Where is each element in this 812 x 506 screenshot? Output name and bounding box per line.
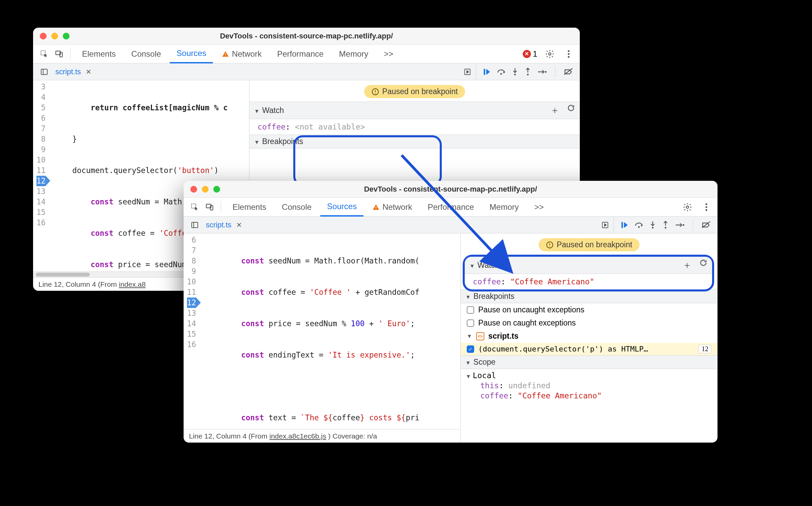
file-tab[interactable]: script.ts	[55, 67, 81, 76]
gear-icon[interactable]	[681, 201, 694, 214]
kebab-icon[interactable]	[562, 48, 575, 60]
step-out-icon[interactable]	[524, 67, 532, 76]
watch-expression[interactable]: coffee: <not available>	[249, 119, 580, 135]
tab-more[interactable]: >>	[377, 45, 400, 63]
tab-more[interactable]: >>	[527, 198, 550, 217]
sourcemap-link[interactable]: index.a8	[119, 280, 145, 288]
device-icon[interactable]	[53, 48, 65, 60]
close-icon[interactable]	[190, 186, 197, 193]
svg-point-41	[665, 227, 667, 228]
deactivate-breakpoints-icon[interactable]	[564, 68, 574, 76]
tab-console[interactable]: Console	[275, 198, 318, 217]
scope-local[interactable]: Local	[467, 370, 711, 381]
step-into-icon[interactable]	[511, 67, 519, 76]
svg-point-6	[568, 50, 569, 52]
tab-memory[interactable]: Memory	[332, 45, 375, 63]
add-watch-icon[interactable]: ＋	[550, 104, 560, 117]
step-over-icon[interactable]	[634, 221, 644, 229]
svg-point-43	[683, 224, 684, 226]
svg-point-17	[527, 74, 529, 75]
tab-network[interactable]: Network	[366, 198, 419, 217]
tab-network[interactable]: Network	[215, 45, 268, 63]
inspect-icon[interactable]	[38, 48, 51, 60]
breakpoint-file[interactable]: ▼<>script.ts	[461, 330, 718, 343]
svg-point-39	[652, 227, 654, 228]
step-over-icon[interactable]	[496, 68, 506, 76]
titlebar: DevTools - consistent-source-map-pc.netl…	[184, 181, 718, 198]
close-tab-icon[interactable]: ✕	[86, 68, 91, 76]
debug-controls	[476, 63, 580, 80]
resume-icon[interactable]	[482, 67, 491, 76]
watch-expression[interactable]: coffee: "Coffee Americano"	[465, 274, 712, 289]
add-watch-icon[interactable]: ＋	[682, 259, 692, 272]
pause-badge: Paused on breakpoint	[539, 238, 640, 251]
svg-rect-4	[225, 55, 226, 56]
svg-rect-27	[376, 206, 376, 208]
breakpoint-item[interactable]: ✓(document.querySelector('p') as HTMLP…1…	[461, 343, 718, 355]
tab-sources[interactable]: Sources	[170, 45, 213, 63]
code-editor[interactable]: 678910111213141516 const seedNum = Math.…	[184, 233, 460, 429]
run-snippet-icon[interactable]	[461, 68, 476, 76]
device-icon[interactable]	[203, 201, 216, 214]
devtools-window-2: DevTools - consistent-source-map-pc.netl…	[184, 181, 718, 443]
navigator-toggle-icon[interactable]	[38, 65, 51, 78]
deactivate-breakpoints-icon[interactable]	[701, 221, 711, 229]
tab-memory[interactable]: Memory	[483, 198, 526, 217]
scope-body: Local this: undefined coffee: "Coffee Am…	[461, 369, 718, 402]
tab-sources[interactable]: Sources	[320, 198, 363, 217]
close-tab-icon[interactable]: ✕	[236, 221, 242, 229]
tab-performance[interactable]: Performance	[421, 198, 481, 217]
status-bar: Line 12, Column 4 (From index.a8c1ec6b.j…	[184, 429, 460, 443]
file-tab[interactable]: script.ts	[206, 221, 232, 229]
svg-rect-9	[41, 69, 47, 75]
inspect-icon[interactable]	[188, 201, 201, 214]
svg-point-8	[568, 56, 569, 58]
scope-var-coffee[interactable]: coffee: "Coffee Americano"	[467, 391, 711, 401]
watch-header[interactable]: Watch ＋	[249, 102, 580, 119]
file-tab-bar: script.ts ✕	[184, 217, 718, 233]
scope-var-this[interactable]: this: undefined	[467, 381, 711, 391]
pause-caught-checkbox[interactable]: Pause on caught exceptions	[461, 316, 718, 330]
step-icon[interactable]	[675, 221, 685, 229]
tab-console[interactable]: Console	[125, 45, 168, 63]
zoom-icon[interactable]	[63, 33, 70, 39]
svg-point-31	[705, 206, 707, 208]
navigator-toggle-icon[interactable]	[188, 219, 201, 231]
run-snippet-icon[interactable]	[599, 221, 614, 229]
error-badge[interactable]: ✕1	[523, 49, 537, 59]
svg-rect-33	[192, 222, 198, 228]
close-icon[interactable]	[40, 33, 47, 39]
pause-uncaught-checkbox[interactable]: Pause on uncaught exceptions	[461, 303, 718, 316]
svg-rect-12	[484, 69, 485, 75]
svg-point-37	[638, 226, 640, 228]
svg-point-19	[545, 71, 547, 73]
scope-header[interactable]: Scope	[461, 355, 718, 369]
gear-icon[interactable]	[543, 48, 556, 60]
refresh-icon[interactable]	[567, 104, 575, 117]
minimize-icon[interactable]	[51, 33, 58, 39]
step-icon[interactable]	[537, 68, 547, 76]
svg-point-47	[549, 246, 550, 247]
gutter[interactable]: 345678910111213141516	[33, 80, 51, 271]
tab-elements[interactable]: Elements	[75, 45, 123, 63]
step-out-icon[interactable]	[662, 221, 669, 229]
resume-icon[interactable]	[620, 221, 629, 229]
refresh-icon[interactable]	[699, 259, 707, 272]
watch-highlight: Watch ＋ coffee: "Coffee Americano"	[463, 255, 714, 291]
tab-performance[interactable]: Performance	[270, 45, 330, 63]
checkbox-icon[interactable]: ✓	[467, 345, 474, 353]
gutter[interactable]: 678910111213141516	[184, 233, 201, 429]
step-into-icon[interactable]	[649, 221, 656, 229]
sourcemap-link[interactable]: index.a8c1ec6b.js	[269, 432, 326, 440]
tab-elements[interactable]: Elements	[226, 198, 273, 217]
zoom-icon[interactable]	[213, 186, 220, 193]
code-area[interactable]: const seedNum = Math.floor(Math.random( …	[201, 233, 423, 429]
window-title: DevTools - consistent-source-map-pc.netl…	[184, 185, 718, 194]
kebab-icon[interactable]	[700, 201, 713, 214]
minimize-icon[interactable]	[202, 186, 209, 193]
watch-header[interactable]: Watch ＋	[465, 257, 712, 274]
traffic-lights	[40, 33, 70, 39]
divider	[555, 66, 556, 78]
breakpoints-header[interactable]: Breakpoints	[461, 289, 718, 303]
panel-tabs: Elements Console Sources Network Perform…	[33, 45, 580, 63]
